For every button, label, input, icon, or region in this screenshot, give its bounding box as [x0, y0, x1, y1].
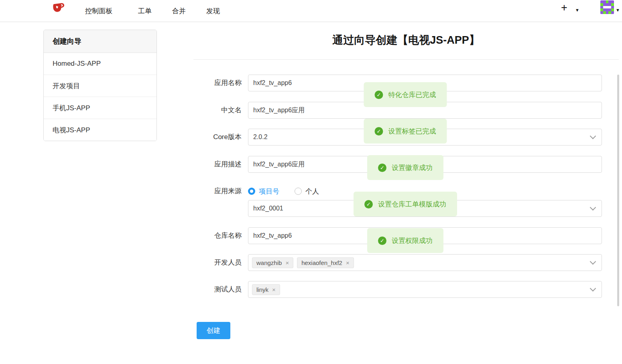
field-label: Core版本 — [193, 129, 242, 146]
toast-message: 设置仓库工单模版成功 — [378, 200, 446, 209]
testers-select[interactable]: linyk × — [248, 281, 602, 298]
sidebar-item-mobile-js-app[interactable]: 手机JS-APP — [44, 97, 157, 119]
sidebar-header: 创建向导 — [44, 30, 157, 53]
tag-label: wangzhib — [256, 259, 282, 266]
radio-project-number[interactable] — [248, 188, 255, 195]
toast-message: 设置权限成功 — [392, 236, 433, 245]
tag-label: linyk — [256, 286, 268, 293]
nav-item-explore[interactable]: 发现 — [206, 6, 220, 16]
toast-notification: ✓ 设置徽章成功 — [367, 155, 443, 180]
toast-notification: ✓ 设置仓库工单模版成功 — [354, 192, 457, 216]
tag: linyk × — [252, 284, 280, 295]
check-icon: ✓ — [375, 127, 383, 135]
remove-tag-icon[interactable]: × — [272, 287, 276, 293]
app-source-radio-group: 项目号 个人 — [248, 186, 319, 196]
create-button[interactable]: 创建 — [197, 322, 230, 339]
chevron-down-icon — [590, 204, 596, 211]
radio-label-project-number[interactable]: 项目号 — [259, 187, 279, 196]
check-icon: ✓ — [364, 200, 373, 208]
check-icon: ✓ — [378, 237, 386, 245]
field-label: 应用名称 — [193, 75, 242, 91]
create-wizard-menu: 创建向导 Homed-JS-APP 开发项目 手机JS-APP 电视JS-APP — [43, 30, 157, 141]
nav-item-dashboard[interactable]: 控制面板 — [85, 6, 112, 16]
gitea-logo[interactable] — [51, 0, 66, 14]
field-label: 应用描述 — [193, 156, 242, 173]
divider — [193, 59, 619, 60]
create-new-button[interactable]: + — [561, 2, 567, 14]
field-label: 测试人员 — [193, 281, 242, 298]
tag: hexiaofen_hxf2 × — [297, 257, 354, 268]
radio-label-personal[interactable]: 个人 — [305, 187, 319, 196]
chevron-down-icon — [590, 259, 596, 265]
page-title: 通过向导创建【电视JS-APP】 — [193, 33, 619, 47]
radio-personal[interactable] — [295, 188, 302, 195]
tag-label: hexiaofen_hxf2 — [301, 259, 342, 266]
top-navbar: 控制面板 工单 合并 发现 + ▼ ▼ — [0, 0, 622, 22]
nav-item-merge[interactable]: 合并 — [172, 6, 186, 16]
tag: wangzhib × — [252, 257, 293, 268]
sidebar-item-homed-js-app[interactable]: Homed-JS-APP — [44, 53, 157, 75]
remove-tag-icon[interactable]: × — [285, 260, 289, 266]
chevron-down-icon[interactable]: ▼ — [575, 8, 579, 12]
toast-message: 设置标签已完成 — [388, 127, 436, 136]
remove-tag-icon[interactable]: × — [346, 260, 350, 266]
avatar[interactable] — [600, 0, 614, 14]
form-row-testers: 测试人员 linyk × — [193, 281, 602, 298]
field-label: 仓库名称 — [193, 227, 242, 244]
toast-message: 特化仓库已完成 — [388, 90, 436, 99]
field-label: 应用来源 — [193, 186, 242, 196]
chevron-down-icon[interactable]: ▼ — [616, 8, 620, 12]
form-row-developers: 开发人员 wangzhib × hexiaofen_hxf2 × — [193, 254, 602, 271]
sidebar-item-tv-js-app[interactable]: 电视JS-APP — [44, 119, 157, 141]
scrollbar[interactable] — [617, 75, 619, 306]
chevron-down-icon — [590, 133, 596, 140]
nav-item-issues[interactable]: 工单 — [138, 6, 152, 16]
developers-select[interactable]: wangzhib × hexiaofen_hxf2 × — [248, 254, 602, 271]
toast-message: 设置徽章成功 — [392, 163, 433, 172]
field-label: 开发人员 — [193, 254, 242, 271]
check-icon: ✓ — [378, 164, 386, 172]
toast-notification: ✓ 特化仓库已完成 — [364, 82, 447, 107]
sidebar-item-dev-project[interactable]: 开发项目 — [44, 75, 157, 97]
check-icon: ✓ — [375, 91, 383, 99]
toast-notification: ✓ 设置标签已完成 — [364, 119, 447, 144]
toast-notification: ✓ 设置权限成功 — [367, 228, 443, 253]
chevron-down-icon — [590, 285, 596, 292]
field-label: 中文名 — [193, 102, 242, 119]
